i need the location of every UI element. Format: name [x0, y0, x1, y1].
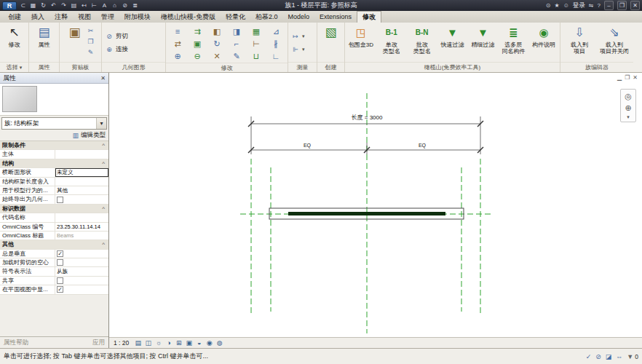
property-value[interactable]: 23.25.30.11.14.14 — [55, 223, 108, 231]
sync-icon[interactable]: ↻ — [39, 1, 47, 10]
selection-filter[interactable]: ▼ 0 — [627, 353, 638, 360]
gls-tool-button[interactable]: ◳ 包围盒3D — [346, 24, 376, 48]
redo-icon[interactable]: ↷ — [60, 1, 68, 10]
delete[interactable]: ✕ — [207, 50, 227, 63]
panel-label-geometry[interactable]: 几何图形 — [102, 62, 165, 72]
ribbon-tab[interactable]: 橄榄山快模-免费版 — [156, 12, 221, 23]
trim-extend[interactable]: ⊢ — [247, 38, 266, 50]
measure-tool[interactable]: ⊩ ▾ — [290, 44, 315, 55]
property-row[interactable]: 始终导出为几何... — [0, 195, 108, 204]
property-checkbox[interactable] — [57, 197, 63, 203]
pin[interactable]: ⊕ — [168, 50, 188, 63]
gls-tool-button[interactable]: B-1 单改 类型名 — [377, 24, 406, 55]
star-icon[interactable]: ★ — [555, 2, 560, 9]
ribbon-tab[interactable]: Extensions — [314, 12, 357, 23]
app-menu-button[interactable]: R — [2, 1, 17, 10]
show-crop-icon[interactable]: ▣ — [184, 339, 194, 348]
sun-path-icon[interactable]: ☼ — [154, 339, 163, 348]
navigation-wheel-icon[interactable]: ◎ — [625, 91, 632, 101]
panel-label-measure[interactable]: 测量 — [288, 62, 317, 72]
property-value[interactable]: Beams — [55, 232, 108, 240]
property-row[interactable]: OmniClass 标题 Beams — [0, 232, 108, 240]
panel-label-modify[interactable]: 修改 — [166, 63, 288, 72]
match[interactable]: ✎ — [227, 50, 247, 63]
ribbon-tab[interactable]: 管理 — [96, 12, 119, 23]
rotate[interactable]: ↻ — [207, 38, 227, 50]
zoom-icon[interactable]: ⊕ — [625, 103, 631, 113]
drawing-area[interactable]: 长度 = 3000 EQ EQ ▁ ❐ ✕ ◎ ⊕ ▾ — [109, 73, 642, 337]
ribbon-tab[interactable]: 附加模块 — [119, 12, 156, 23]
view-scale[interactable]: 1 : 20 — [112, 339, 132, 347]
properties-header[interactable]: 属性 ✕ — [0, 73, 108, 84]
paste-button[interactable]: ▣ — [66, 24, 84, 41]
visual-style-icon[interactable]: ◫ — [143, 339, 153, 348]
family-editor-button[interactable]: ⇩ 载入到 项目 — [563, 24, 596, 55]
match-type-icon[interactable]: ✎ — [86, 47, 96, 58]
join[interactable]: ⊔ — [247, 50, 266, 63]
measure-tool[interactable]: ↦ ▾ — [290, 31, 315, 42]
property-value[interactable]: 其他 — [55, 186, 108, 194]
geometry-tool[interactable]: ⊘ 剪切 — [103, 31, 164, 42]
property-value[interactable] — [55, 178, 108, 186]
temporary-hide-icon[interactable]: ◒ — [194, 339, 204, 348]
exchange-icon[interactable]: ⇋ — [589, 2, 594, 9]
edit-type-button[interactable]: 编辑类型 — [81, 131, 106, 140]
offset[interactable]: ⇉ — [188, 25, 207, 38]
gls-tool-button[interactable]: ▼ 快速过滤 — [438, 24, 467, 48]
array[interactable]: ▦ — [247, 25, 266, 38]
property-row[interactable]: 在平面视图中显... — [0, 285, 108, 294]
property-value[interactable]: 从族 — [55, 267, 108, 275]
gls-tool-button[interactable]: B-N 批改 类型名 — [408, 24, 437, 55]
property-row[interactable]: 限制条件 — [0, 141, 108, 150]
cope[interactable]: ∟ — [266, 50, 286, 63]
panel-label-gls[interactable]: 橄榄山(免费效率工具) — [345, 62, 560, 72]
property-value[interactable] — [55, 213, 108, 221]
create-group-button[interactable]: ▧ — [321, 24, 341, 41]
dimension-icon[interactable]: ⊢ — [90, 1, 98, 10]
person-icon[interactable]: ☺ — [563, 2, 569, 9]
panel-label-create[interactable]: 创建 — [317, 62, 344, 72]
sign-in-button[interactable]: 登录 — [573, 1, 585, 10]
property-value[interactable] — [55, 258, 108, 266]
property-row[interactable]: 代码名称 — [0, 213, 108, 222]
drag-on-selection-icon[interactable]: ⇔ — [616, 353, 622, 360]
property-row[interactable]: OmniClass 编号 23.25.30.11.14.14 — [0, 223, 108, 232]
select-by-face-icon[interactable]: ◪ — [606, 353, 612, 360]
reveal-hidden-icon[interactable]: ◉ — [205, 339, 214, 348]
ribbon-tab[interactable]: Modelo — [283, 12, 315, 23]
unpin[interactable]: ⊖ — [188, 50, 207, 63]
ribbon-tab[interactable]: 视图 — [73, 12, 96, 23]
modify-button[interactable]: ↖ 修改 — [1, 24, 27, 48]
shadows-icon[interactable]: ◑ — [164, 339, 173, 348]
detail-level-icon[interactable]: ▤ — [133, 339, 143, 348]
search-icon[interactable]: ⊙ — [546, 2, 551, 9]
open-icon[interactable]: ⊂ — [19, 1, 27, 10]
properties-help-link[interactable]: 属性帮助 — [4, 339, 28, 347]
family-editor-button[interactable]: ⇘ 载入到 项目并关闭 — [598, 24, 631, 55]
property-row[interactable]: 其他 — [0, 240, 108, 249]
property-value[interactable]: 未定义 — [55, 168, 108, 176]
gls-tool-button[interactable]: ≣ 选多层 同名构件 — [499, 24, 528, 55]
property-value[interactable] — [55, 195, 108, 203]
property-row[interactable]: 横断面形状 未定义 — [0, 168, 108, 177]
print-icon[interactable]: ▤ — [70, 1, 78, 10]
panel-label-properties[interactable]: 属性 — [29, 62, 59, 72]
property-checkbox[interactable] — [57, 250, 63, 257]
panel-label-clipboard[interactable]: 剪贴板 — [60, 62, 101, 72]
view-minimize-icon[interactable]: ▁ — [617, 74, 622, 81]
measure-icon[interactable]: ↤ — [80, 1, 88, 10]
copy[interactable]: ▣ — [188, 38, 207, 50]
undo-icon[interactable]: ↶ — [49, 1, 58, 10]
close-icon[interactable]: ✕ — [100, 75, 106, 82]
scale[interactable]: ⊿ — [266, 25, 286, 38]
panel-label-family-editor[interactable]: 族编辑器 — [560, 62, 633, 72]
property-checkbox[interactable] — [57, 259, 63, 266]
view-restore-icon[interactable]: ❐ — [625, 74, 630, 81]
thin-lines-icon[interactable]: ≣ — [131, 1, 139, 10]
property-row[interactable]: 总是垂直 — [0, 250, 108, 258]
property-value[interactable] — [55, 250, 108, 258]
align[interactable]: ≡ — [168, 25, 188, 38]
mirror-axis[interactable]: ◧ — [207, 25, 227, 38]
copy-icon[interactable]: ❐ — [86, 36, 96, 47]
property-value[interactable] — [55, 285, 108, 293]
